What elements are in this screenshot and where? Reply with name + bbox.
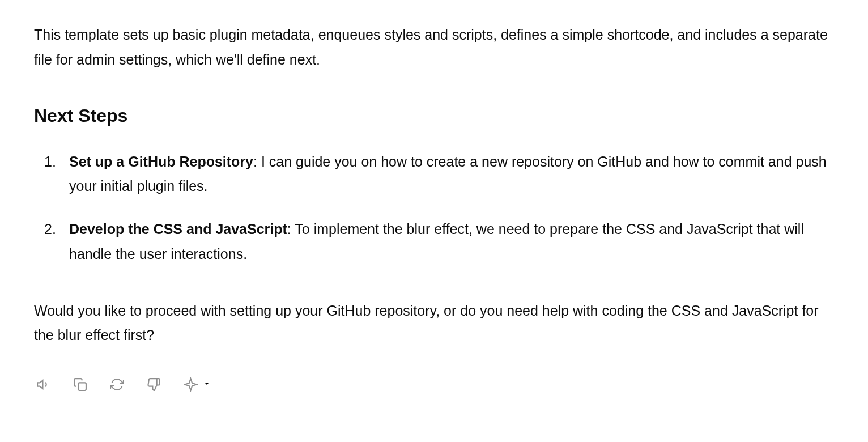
chevron-down-icon: [202, 377, 211, 393]
copy-button[interactable]: [71, 375, 90, 396]
copy-icon: [73, 377, 87, 393]
thumbs-down-button[interactable]: [144, 375, 163, 396]
sparkle-icon: [184, 377, 198, 393]
list-item: Set up a GitHub Repository: I can guide …: [34, 150, 834, 199]
sparkle-menu[interactable]: [181, 375, 211, 396]
next-steps-heading: Next Steps: [34, 100, 834, 131]
refresh-icon: [110, 377, 124, 393]
intro-paragraph: This template sets up basic plugin metad…: [34, 23, 834, 73]
thumbs-down-icon: [147, 377, 161, 393]
step-title: Develop the CSS and JavaScript: [69, 221, 287, 237]
list-item: Develop the CSS and JavaScript: To imple…: [34, 217, 834, 267]
regenerate-button[interactable]: [108, 375, 126, 396]
speaker-icon: [36, 377, 50, 393]
action-bar: [34, 375, 834, 396]
speaker-button[interactable]: [34, 375, 53, 396]
step-title: Set up a GitHub Repository: [69, 154, 253, 169]
steps-list: Set up a GitHub Repository: I can guide …: [34, 150, 834, 267]
closing-paragraph: Would you like to proceed with setting u…: [34, 299, 834, 348]
svg-rect-0: [78, 382, 86, 390]
sparkle-button[interactable]: [181, 375, 200, 396]
